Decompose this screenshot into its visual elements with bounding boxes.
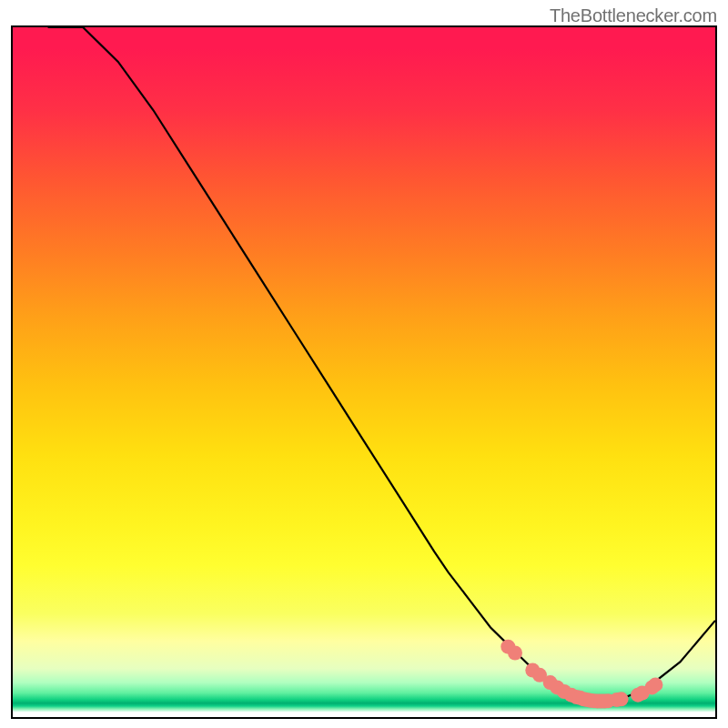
watermark-text: TheBottlenecker.com <box>550 5 717 26</box>
svg-point-2 <box>508 646 522 661</box>
svg-rect-0 <box>13 27 715 717</box>
chart-svg <box>13 27 715 717</box>
svg-point-20 <box>614 692 629 706</box>
chart-plot-area <box>11 25 717 719</box>
svg-point-24 <box>648 677 662 692</box>
